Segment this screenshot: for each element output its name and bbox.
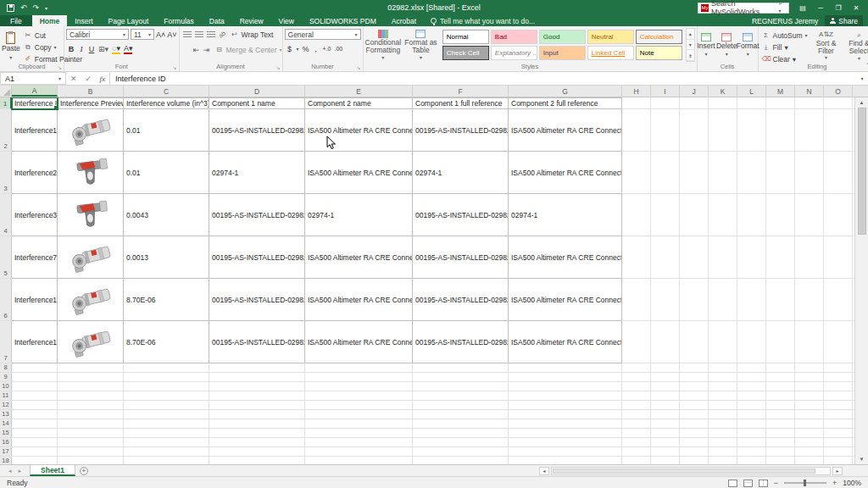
empty-cell[interactable] <box>709 401 737 409</box>
sheet-nav-left-icon[interactable]: ◂ <box>8 468 12 474</box>
grid-cell[interactable]: Interference1 <box>12 109 58 152</box>
gallery-more-icon[interactable]: ⇟ <box>687 50 694 61</box>
empty-cell[interactable] <box>12 373 58 381</box>
empty-cell[interactable] <box>622 429 651 437</box>
empty-cell[interactable] <box>58 391 124 400</box>
empty-cell[interactable] <box>795 97 824 108</box>
empty-cell[interactable] <box>795 391 824 400</box>
row-header-6[interactable]: 6 <box>0 279 12 320</box>
empty-cell[interactable] <box>509 429 622 437</box>
conditional-formatting-button[interactable]: Conditional Formatting ▾ <box>365 28 402 62</box>
empty-cell[interactable] <box>124 429 209 437</box>
empty-cell[interactable] <box>12 429 58 437</box>
empty-cell[interactable] <box>824 447 853 456</box>
percent-icon[interactable]: % <box>303 45 309 53</box>
empty-cell[interactable] <box>824 419 853 428</box>
row-header-11[interactable]: 11 <box>0 391 12 400</box>
empty-cell[interactable] <box>509 373 622 381</box>
fill-color-icon[interactable]: ◌▾ <box>112 44 120 54</box>
empty-cell[interactable] <box>709 410 737 419</box>
empty-cell[interactable] <box>58 447 124 456</box>
header-cell-interference-id[interactable]: Interference ID <box>12 97 58 109</box>
empty-cell[interactable] <box>622 363 651 372</box>
empty-cell[interactable] <box>622 97 651 108</box>
empty-cell[interactable] <box>680 429 709 437</box>
name-box-dropdown-icon[interactable]: ▾ <box>58 75 61 81</box>
preview-cell[interactable] <box>58 321 124 363</box>
sort-filter-button[interactable]: A⇅Z Sort & Filter ▾ <box>811 28 842 64</box>
empty-cell[interactable] <box>680 373 709 381</box>
empty-cell[interactable] <box>737 363 766 372</box>
column-header-O[interactable]: O <box>824 86 853 97</box>
empty-cell[interactable] <box>305 457 413 464</box>
grid-cell[interactable]: ISA500 Altimeter RA CRE Connector-1 <box>305 152 413 194</box>
row-header-15[interactable]: 15 <box>0 429 12 437</box>
empty-cell[interactable] <box>795 447 824 456</box>
cancel-icon[interactable]: ✕ <box>70 75 77 83</box>
grid-cell[interactable] <box>680 194 709 236</box>
tab-acrobat[interactable]: Acrobat <box>384 15 424 26</box>
row-header-13[interactable]: 13 <box>0 410 12 419</box>
empty-cell[interactable] <box>305 382 413 391</box>
tell-me-box[interactable]: Tell me what you want to do... <box>424 15 542 26</box>
row-header-7[interactable]: 7 <box>0 321 12 363</box>
row-header-9[interactable]: 9 <box>0 373 12 381</box>
grid-cell[interactable] <box>795 109 824 151</box>
grid-cell[interactable]: 00195-AS-INSTALLED-02982-V1-1 <box>209 236 305 279</box>
empty-cell[interactable] <box>509 363 622 372</box>
grid-cell[interactable]: ISA500 Altimeter RA CRE Connector-1 <box>509 236 622 279</box>
grid-cell[interactable]: 0.0043 <box>124 194 209 236</box>
hscroll-left-icon[interactable]: ◂ <box>539 467 549 475</box>
currency-icon[interactable]: $ <box>287 45 293 53</box>
row-header-2[interactable]: 2 <box>0 109 12 151</box>
grid-cell[interactable]: ISA500 Altimeter RA CRE Connector-1 <box>305 279 413 321</box>
decrease-decimal-icon[interactable]: .00 <box>335 46 343 52</box>
cell-style-linked-cell[interactable]: Linked Cell <box>587 46 634 60</box>
empty-cell[interactable] <box>12 382 58 391</box>
empty-cell[interactable] <box>680 382 709 391</box>
cell-style-note[interactable]: Note <box>636 46 682 60</box>
cell-style-check-cell[interactable]: Check Cell <box>442 46 489 60</box>
tab-data[interactable]: Data <box>202 15 232 26</box>
grid-cell[interactable] <box>709 236 737 278</box>
grid-cell[interactable]: ISA500 Altimeter RA CRE Connector-1 <box>509 109 622 152</box>
empty-cell[interactable] <box>509 382 622 391</box>
autosum-button[interactable]: ΣAutoSum ▾ <box>760 30 810 41</box>
empty-cell[interactable] <box>680 97 709 108</box>
align-bottom-icon[interactable] <box>207 31 215 37</box>
empty-cell[interactable] <box>305 419 413 428</box>
grid-cell[interactable] <box>795 321 824 363</box>
column-header-G[interactable]: G <box>509 86 622 97</box>
empty-cell[interactable] <box>58 419 124 428</box>
empty-cell[interactable] <box>651 391 680 400</box>
empty-cell[interactable] <box>737 97 766 108</box>
sheet-nav-right-icon[interactable]: ▸ <box>19 468 22 474</box>
grid-cell[interactable]: Interference17 <box>12 321 58 363</box>
grid-cell[interactable] <box>622 321 651 363</box>
grid-cell[interactable]: 00195-AS-INSTALLED-02982-V1-1 <box>209 279 305 321</box>
number-format-select[interactable]: General▾ <box>285 29 361 40</box>
paste-button[interactable]: Paste ▾ <box>2 28 20 64</box>
empty-cell[interactable] <box>737 419 766 428</box>
grid-cell[interactable]: Interference2 <box>12 152 58 194</box>
empty-cell[interactable] <box>209 447 305 456</box>
save-icon[interactable] <box>7 4 14 12</box>
empty-cell[interactable] <box>413 438 509 446</box>
insert-function-icon[interactable]: fx <box>100 75 106 83</box>
bold-button[interactable]: B <box>68 45 75 53</box>
increase-indent-icon[interactable]: ⇥ <box>203 46 210 54</box>
merge-center-button[interactable]: ⊟Merge & Center▾ <box>214 44 284 55</box>
header-cell-interference-volume-in-3[interactable]: Interference volume (in^3) <box>124 97 209 109</box>
fill-button[interactable]: ⤓Fill ▾ <box>760 42 810 53</box>
grid-cell[interactable] <box>737 321 766 363</box>
empty-cell[interactable] <box>622 373 651 381</box>
grid-cell[interactable]: 00195-AS-INSTALLED-02982-V1-1 <box>413 194 509 236</box>
empty-cell[interactable] <box>209 382 305 391</box>
empty-cell[interactable] <box>651 447 680 456</box>
empty-cell[interactable] <box>709 447 737 456</box>
empty-cell[interactable] <box>680 410 709 419</box>
empty-cell[interactable] <box>622 391 651 400</box>
grid-cell[interactable] <box>680 279 709 320</box>
insert-cells-button[interactable]: Insert ▾ <box>697 28 715 62</box>
empty-cell[interactable] <box>680 457 709 464</box>
